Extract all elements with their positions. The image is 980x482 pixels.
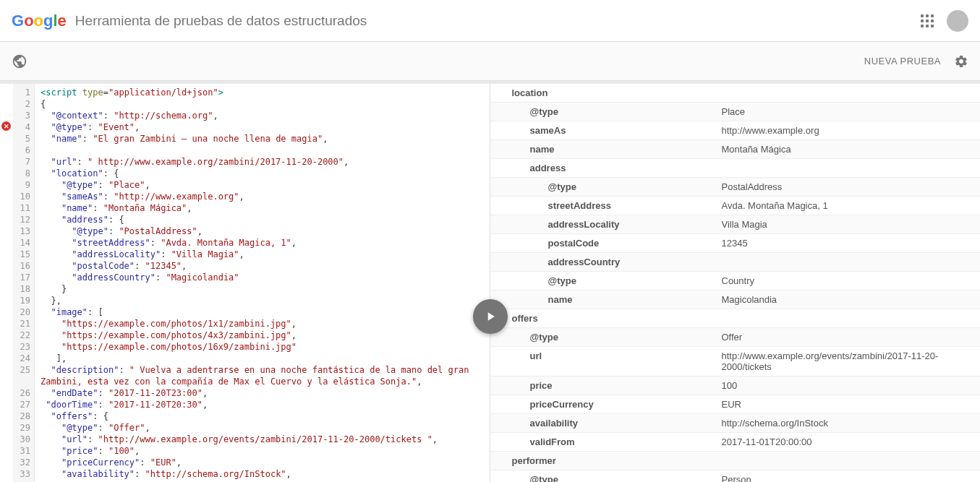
code-line[interactable]: "url": " http://www.example.org/zambini/… xyxy=(41,156,484,168)
result-row[interactable]: sameAshttp://www.example.org xyxy=(490,121,981,140)
result-row[interactable]: addressLocalityVilla Magia xyxy=(490,215,981,234)
globe-icon[interactable] xyxy=(12,53,27,69)
result-row[interactable]: performer xyxy=(490,452,981,470)
result-row[interactable]: location xyxy=(490,84,981,103)
app-title: Herramienta de pruebas de datos estructu… xyxy=(75,13,367,29)
code-line[interactable]: "https://example.com/photos/16x9/zambini… xyxy=(41,341,484,353)
result-row[interactable]: @typePlace xyxy=(490,103,981,121)
code-line[interactable]: "@type": "PostalAddress", xyxy=(41,225,484,237)
code-line[interactable]: "addressLocality": "Villa Magia", xyxy=(41,249,484,260)
apps-icon[interactable] xyxy=(921,14,934,27)
result-row[interactable]: @typeCountry xyxy=(490,272,981,291)
code-line[interactable]: "name": "Montaña Mágica", xyxy=(41,202,484,214)
result-row[interactable]: @typePostalAddress xyxy=(490,178,981,197)
code-line[interactable]: "offers": { xyxy=(41,410,484,422)
code-line[interactable] xyxy=(41,145,484,156)
result-row[interactable]: availabilityhttp://schema.org/InStock xyxy=(490,414,981,433)
code-line[interactable]: "priceCurrency": "EUR", xyxy=(41,457,484,468)
code-line[interactable]: "url": "http://www.example.org/events/za… xyxy=(41,434,484,445)
result-row[interactable]: address xyxy=(490,159,981,178)
toolbar: NUEVA PRUEBA xyxy=(0,42,980,81)
result-row[interactable]: priceCurrencyEUR xyxy=(490,395,981,414)
result-row[interactable]: nameMontaña Mágica xyxy=(490,140,981,159)
code-line[interactable]: <script type="application/ld+json"> xyxy=(41,87,484,98)
result-row[interactable]: price100 xyxy=(490,376,981,395)
code-line[interactable]: "streetAddress": "Avda. Montaña Magica, … xyxy=(41,237,484,249)
code-line[interactable]: "availability": "http://schema.org/InSto… xyxy=(41,468,484,480)
result-row[interactable]: offers xyxy=(490,309,981,328)
result-row[interactable]: addressCountry xyxy=(490,253,981,272)
code-panel: ✕ 12345678910111213141516171819202122232… xyxy=(0,84,490,482)
result-row[interactable]: urlhttp://www.example.org/events/zambini… xyxy=(490,347,981,376)
code-line[interactable]: "https://example.com/photos/1x1/zambini.… xyxy=(41,318,484,330)
run-test-button[interactable] xyxy=(473,299,508,334)
result-row[interactable]: @typeOffer xyxy=(490,328,981,347)
result-row[interactable]: postalCode12345 xyxy=(490,234,981,253)
result-row[interactable]: validFrom2017-11-01T20:00:00 xyxy=(490,433,981,452)
result-row[interactable]: streetAddressAvda. Montaña Magica, 1 xyxy=(490,197,981,215)
code-line[interactable]: "endDate": "2017-11-20T23:00", xyxy=(41,387,484,399)
code-line[interactable]: "https://example.com/photos/4x3/zambini.… xyxy=(41,330,484,341)
result-row[interactable]: @typePerson xyxy=(490,470,981,483)
code-line[interactable]: "image": [ xyxy=(41,306,484,318)
code-line[interactable]: "doorTime": "2017-11-20T20:30", xyxy=(41,399,484,410)
code-line[interactable]: "postalCode": "12345", xyxy=(41,260,484,272)
code-line[interactable]: "price": "100", xyxy=(41,445,484,457)
error-marker-icon[interactable]: ✕ xyxy=(1,121,11,131)
code-line[interactable]: "@type": "Event", xyxy=(41,121,484,133)
code-line[interactable]: "sameAs": "http://www.example.org", xyxy=(41,191,484,202)
header: Google Herramienta de pruebas de datos e… xyxy=(0,0,980,42)
code-line[interactable]: { xyxy=(41,98,484,110)
code-line[interactable]: "@type": "Place", xyxy=(41,179,484,191)
results-panel: location@typePlacesameAshttp://www.examp… xyxy=(490,84,981,482)
code-line[interactable]: }, xyxy=(41,295,484,306)
code-line[interactable]: "@context": "http://schema.org", xyxy=(41,110,484,121)
code-line[interactable]: "address": { xyxy=(41,214,484,225)
code-line[interactable]: ], xyxy=(41,353,484,364)
code-editor[interactable]: <script type="application/ld+json">{ "@c… xyxy=(35,84,490,482)
user-avatar[interactable] xyxy=(947,10,968,32)
code-line[interactable]: "description": " Vuelva a adentrarse en … xyxy=(41,364,484,387)
line-numbers: 1234567891011121314151617181920212223242… xyxy=(13,84,35,482)
code-line[interactable]: "@type": "Offer", xyxy=(41,422,484,434)
google-logo[interactable]: Google xyxy=(12,12,67,30)
code-line[interactable]: "location": { xyxy=(41,168,484,179)
new-test-button[interactable]: NUEVA PRUEBA xyxy=(864,56,941,66)
code-line[interactable]: "name": "El gran Zambini – una noche lle… xyxy=(41,133,484,145)
result-row[interactable]: nameMagicolandia xyxy=(490,291,981,309)
main-area: ✕ 12345678910111213141516171819202122232… xyxy=(0,84,980,482)
error-gutter: ✕ xyxy=(0,84,13,482)
code-line[interactable]: "addressCountry": "Magicolandia" xyxy=(41,272,484,283)
code-line[interactable]: } xyxy=(41,283,484,295)
gear-icon[interactable] xyxy=(954,54,968,69)
results-table: location@typePlacesameAshttp://www.examp… xyxy=(490,84,981,482)
